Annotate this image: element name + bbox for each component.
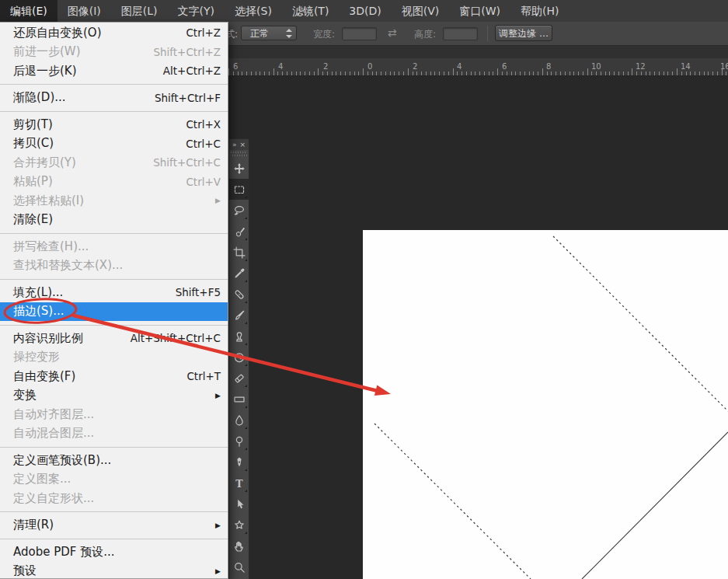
panel-grip-handle[interactable] [231,151,247,157]
swap-dimensions-icon[interactable]: ⇄ [388,26,397,39]
menubar-item-view[interactable]: 视图(V) [392,0,450,22]
menu-item-shortcut: Ctrl+C [186,138,221,150]
menu-item-define-brush-preset[interactable]: 定义画笔预设(B)... [0,451,228,470]
tool-move[interactable] [229,158,249,179]
selection-mode-dropdown[interactable]: 正常 [241,26,297,40]
menu-item-transform[interactable]: 变换▶ [0,386,228,406]
menu-item-auto-align-layers[interactable]: 自动对齐图层... [0,405,228,424]
menu-item-label: 清除(E) [13,212,221,227]
menu-item-shortcut: Ctrl+X [186,118,221,131]
tool-quick-selection[interactable] [229,221,249,242]
ruler-major-ticks [228,68,728,75]
menu-item-clear[interactable]: 清除(E) [0,211,228,230]
menu-item-purge[interactable]: 清理(R)▶ [0,516,228,535]
menu-item-label: 清理(R) [13,518,213,532]
submenu-arrow-icon: ▶ [213,516,221,535]
tool-eyedropper[interactable] [229,263,249,284]
menu-item-auto-blend-layers[interactable]: 自动混合图层... [0,424,228,444]
tool-pen[interactable] [229,452,249,473]
menu-item-paste-special[interactable]: 选择性粘贴(I)▶ [0,191,228,211]
menu-item-adobe-pdf-presets[interactable]: Adobe PDF 预设... [0,542,228,562]
menu-item-label: 内容识别比例 [13,331,131,346]
move-icon [233,162,246,175]
menu-item-paste[interactable]: 粘贴(P)Ctrl+V [0,173,228,192]
menu-item-find-replace-text[interactable]: 查找和替换文本(X)... [0,256,228,276]
menu-separator [0,111,228,112]
tool-zoom[interactable] [229,556,249,577]
history-brush-icon [233,351,246,364]
tool-history-brush[interactable] [229,347,249,368]
menu-item-label: 合并拷贝(Y) [13,155,153,170]
tool-crop[interactable] [229,242,249,263]
rectangular-marquee-icon [233,183,246,196]
menubar-item-image[interactable]: 图像(I) [57,0,111,22]
menu-item-free-transform[interactable]: 自由变换(F)Ctrl+T [0,367,228,386]
tool-hand[interactable] [229,535,249,556]
menu-item-label: 剪切(T) [13,117,186,132]
menu-item-label: 定义画笔预设(B)... [13,453,221,468]
menubar-item-edit[interactable]: 编辑(E) [0,0,57,22]
menu-item-define-pattern[interactable]: 定义图案... [0,470,228,490]
tool-gradient[interactable] [229,389,249,410]
menu-item-step-backward[interactable]: 后退一步(K)Alt+Ctrl+Z [0,61,228,81]
menu-item-label: 定义自定形状... [13,491,221,506]
menu-item-label: 粘贴(P) [13,174,186,189]
menu-item-content-aware-scale[interactable]: 内容识别比例Alt+Shift+Ctrl+C [0,329,228,348]
tool-clone-stamp[interactable] [229,326,249,347]
menu-item-define-custom-shape[interactable]: 定义自定形状... [0,489,228,508]
tool-spot-healing-brush[interactable] [229,284,249,305]
submenu-arrow-icon: ▶ [213,386,221,406]
menu-item-stroke[interactable]: 描边(S)... [0,302,228,322]
tool-type[interactable]: T [229,473,249,494]
tool-rectangular-marquee[interactable] [229,179,249,200]
menu-item-presets[interactable]: 预设▶ [0,562,228,579]
menu-item-cut[interactable]: 剪切(T)Ctrl+X [0,115,228,134]
menu-item-shortcut: Ctrl+V [186,176,221,188]
menu-separator [0,84,228,85]
tool-eraser[interactable] [229,368,249,389]
menubar-item-filter[interactable]: 滤镜(T) [282,0,339,22]
tool-path-selection[interactable] [229,494,249,514]
clone-stamp-icon [233,330,246,343]
menubar-item-help[interactable]: 帮助(H) [510,0,569,22]
spot-healing-brush-icon [233,288,246,301]
width-label: 宽度: [313,28,335,41]
menu-item-copy[interactable]: 拷贝(C)Ctrl+C [0,134,228,154]
tool-lasso[interactable] [229,200,249,221]
menu-item-fill[interactable]: 填充(L)...Shift+F5 [0,283,228,302]
tool-custom-shape[interactable] [229,514,249,535]
collapse-panel-icon[interactable]: » [232,139,237,150]
document-canvas[interactable] [363,230,728,579]
menu-separator [0,447,228,448]
menubar-item-3d[interactable]: 3D(D) [339,0,391,22]
menu-item-copy-merged[interactable]: 合并拷贝(Y)Shift+Ctrl+C [0,153,228,173]
quick-selection-icon [233,225,246,238]
menubar-item-type[interactable]: 文字(Y) [168,0,225,22]
tool-blur[interactable] [229,410,249,431]
menu-item-shortcut: Shift+F5 [176,286,221,298]
menu-item-label: 选择性粘贴(I) [13,194,213,208]
menu-item-check-spelling[interactable]: 拼写检查(H)... [0,237,228,256]
menu-item-undo-free-transform[interactable]: 还原自由变换(O)Ctrl+Z [0,23,228,43]
menubar-item-layer[interactable]: 图层(L) [111,0,168,22]
tool-brush[interactable] [229,305,249,326]
tools-panel-header: » × [229,139,249,150]
menu-item-label: 查找和替换文本(X)... [13,258,221,273]
close-panel-icon[interactable]: × [239,139,246,150]
menubar-item-select[interactable]: 选择(S) [225,0,282,22]
menu-item-shortcut: Alt+Shift+Ctrl+C [131,332,221,344]
menu-item-shortcut: Shift+Ctrl+C [153,156,221,169]
menu-item-puppet-warp[interactable]: 操控变形 [0,348,228,368]
menu-item-shortcut: Shift+Ctrl+F [155,92,221,104]
menubar-item-window[interactable]: 窗口(W) [449,0,510,22]
menu-item-fade[interactable]: 渐隐(D)...Shift+Ctrl+F [0,89,228,108]
refine-edge-button[interactable]: 调整边缘 … [495,25,552,41]
zoom-icon [233,561,246,574]
submenu-arrow-icon: ▶ [213,562,221,579]
height-input[interactable] [443,27,478,40]
tool-dodge[interactable] [229,431,249,452]
menu-item-step-forward[interactable]: 前进一步(W)Shift+Ctrl+Z [0,43,228,62]
menu-item-label: 前进一步(W) [13,44,153,59]
width-input[interactable] [342,27,377,40]
menu-separator [0,539,228,539]
